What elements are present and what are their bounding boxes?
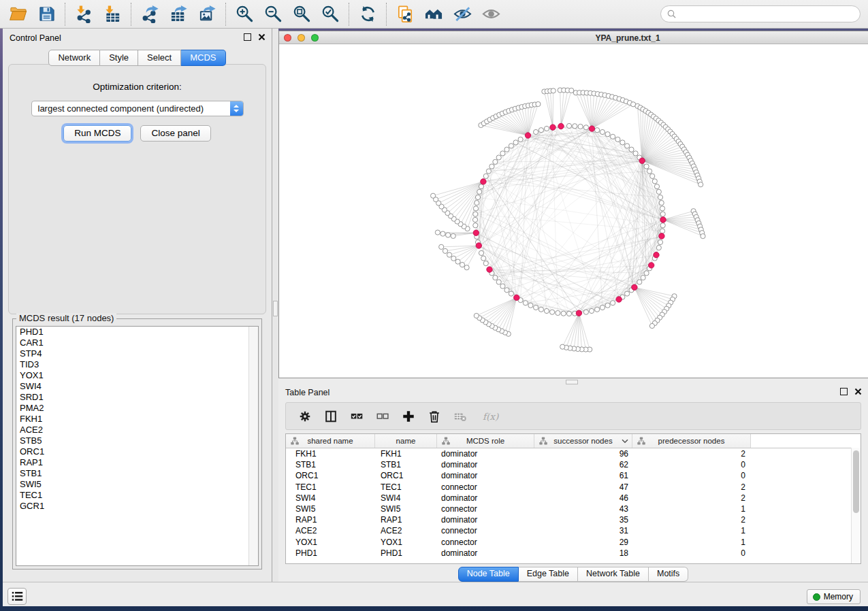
tab-node-table[interactable]: Node Table	[458, 567, 519, 582]
run-mcds-button[interactable]: Run MCDS	[63, 125, 131, 142]
network-canvas[interactable]	[279, 44, 868, 378]
table-row[interactable]: PHD1PHD1dominator180	[286, 548, 861, 559]
result-node-item[interactable]: SWI4	[16, 381, 258, 392]
tab-network[interactable]: Network	[48, 50, 100, 66]
tab-motifs[interactable]: Motifs	[649, 567, 688, 582]
memory-button[interactable]: Memory	[807, 589, 861, 604]
table-cell: 2	[632, 449, 751, 459]
search-input[interactable]	[677, 7, 860, 21]
result-node-item[interactable]: PHD1	[16, 327, 258, 337]
zoom-out-icon[interactable]	[263, 4, 283, 24]
node-table[interactable]: shared namename MCDS role successor node…	[285, 433, 861, 564]
network-overview-icon[interactable]	[423, 4, 444, 24]
close-panel-icon[interactable]	[258, 33, 266, 41]
table-row[interactable]: STB1STB1dominator620	[286, 459, 861, 470]
zoom-fit-icon[interactable]	[291, 4, 312, 24]
search-box[interactable]	[660, 5, 861, 22]
result-node-item[interactable]: STB5	[16, 435, 258, 446]
horizontal-splitter[interactable]	[278, 378, 868, 384]
result-node-item[interactable]: YOX1	[16, 370, 258, 381]
zoom-selected-icon[interactable]	[320, 4, 340, 24]
result-node-item[interactable]: STP4	[16, 348, 258, 359]
table-row[interactable]: FKH1FKH1dominator962	[286, 448, 861, 459]
select-all-columns-icon[interactable]	[349, 409, 364, 424]
float-panel-icon[interactable]	[840, 388, 848, 395]
float-panel-icon[interactable]	[244, 33, 251, 41]
close-panel-icon[interactable]	[854, 388, 862, 395]
table-row[interactable]: ORC1ORC1dominator610	[286, 470, 861, 481]
refresh-icon[interactable]	[357, 4, 378, 24]
zoom-in-icon[interactable]	[234, 4, 255, 24]
table-settings-icon[interactable]	[298, 409, 312, 424]
tab-mcds[interactable]: MCDS	[181, 50, 225, 66]
table-row[interactable]: SWI4SWI4dominator462	[286, 493, 861, 503]
result-node-item[interactable]: RAP1	[16, 457, 258, 468]
toolbar-separator	[65, 3, 65, 26]
network-node	[500, 284, 505, 288]
table-toolbar: f(x)	[285, 402, 861, 430]
result-node-item[interactable]: GCR1	[16, 501, 258, 512]
scrollbar-thumb[interactable]	[853, 450, 859, 513]
result-list-scrollbar[interactable]	[248, 327, 258, 565]
network-node	[578, 124, 583, 129]
result-node-item[interactable]: SWI5	[16, 479, 258, 490]
network-node	[493, 159, 498, 164]
unselect-all-columns-icon[interactable]	[375, 409, 390, 424]
result-node-item[interactable]: PMA2	[16, 403, 258, 414]
close-window-icon[interactable]	[284, 34, 291, 42]
result-node-item[interactable]: ACE2	[16, 425, 258, 435]
table-row[interactable]: SWI5SWI5connector431	[286, 503, 861, 514]
table-row[interactable]: ACE2ACE2connector311	[286, 525, 861, 536]
export-network-icon[interactable]	[140, 4, 160, 24]
import-table-icon[interactable]	[102, 4, 123, 24]
optimization-criterion-select[interactable]: largest connected component (undirected)	[31, 101, 244, 116]
tool-panel-button[interactable]	[7, 588, 27, 605]
save-session-icon[interactable]	[36, 4, 57, 24]
table-row[interactable]: RAP1RAP1dominator352	[286, 514, 861, 525]
create-column-icon[interactable]	[401, 409, 416, 424]
splitter-handle[interactable]	[273, 301, 278, 316]
result-node-item[interactable]: SRD1	[16, 392, 258, 403]
close-panel-button[interactable]: Close panel	[140, 125, 210, 142]
column-header-name[interactable]: name	[375, 434, 437, 448]
result-node-item[interactable]: FKH1	[16, 414, 258, 425]
import-network-icon[interactable]	[74, 4, 94, 24]
vertical-splitter[interactable]	[272, 29, 278, 582]
column-header-predecessor-nodes[interactable]: predecessor nodes	[632, 434, 751, 448]
column-header-shared-name[interactable]: shared name	[286, 434, 375, 448]
tab-style[interactable]: Style	[100, 50, 138, 66]
table-row[interactable]: TEC1TEC1connector472	[286, 482, 861, 493]
duplicate-network-icon[interactable]	[395, 4, 415, 24]
network-node	[496, 280, 501, 284]
network-node	[443, 248, 447, 253]
show-columns-icon[interactable]	[323, 409, 338, 424]
result-node-item[interactable]: TEC1	[16, 490, 258, 501]
delete-columns-icon[interactable]	[427, 409, 442, 424]
column-header-successor-nodes[interactable]: successor nodes	[534, 434, 632, 448]
sort-descending-icon	[622, 439, 628, 444]
result-node-item[interactable]: STB1	[16, 468, 258, 479]
result-node-item[interactable]: TID3	[16, 359, 258, 370]
tab-edge-table[interactable]: Edge Table	[519, 567, 578, 582]
result-node-item[interactable]: CAR1	[16, 337, 258, 348]
mcds-result-list[interactable]: PHD1CAR1STP4TID3YOX1SWI4SRD1PMA2FKH1ACE2…	[16, 326, 259, 566]
export-table-icon[interactable]	[168, 4, 189, 24]
column-header-mcds-role[interactable]: MCDS role	[437, 434, 534, 448]
hide-graphics-details-icon[interactable]	[452, 4, 472, 24]
tab-select[interactable]: Select	[138, 50, 181, 66]
show-graphics-details-icon[interactable]	[481, 4, 501, 24]
minimize-window-icon[interactable]	[298, 34, 305, 42]
search-icon	[667, 10, 677, 19]
open-session-icon[interactable]	[7, 4, 28, 24]
table-cell: TEC1	[375, 482, 437, 492]
maximize-window-icon[interactable]	[311, 34, 319, 42]
network-node	[504, 147, 509, 152]
result-node-item[interactable]: ORC1	[16, 446, 258, 457]
table-row[interactable]: YOX1YOX1connector291	[286, 537, 861, 548]
table-cell: 35	[534, 515, 632, 525]
splitter-handle[interactable]	[566, 380, 578, 384]
table-scrollbar[interactable]	[851, 448, 861, 563]
network-window-titlebar[interactable]: YPA_prune.txt_1	[279, 31, 868, 44]
export-image-icon[interactable]	[197, 4, 217, 24]
tab-network-table[interactable]: Network Table	[578, 567, 649, 582]
